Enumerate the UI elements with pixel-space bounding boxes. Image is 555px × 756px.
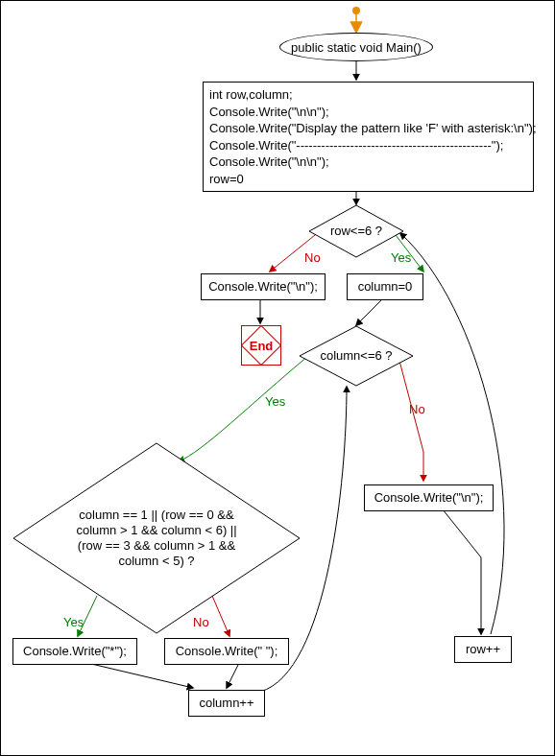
start-node: public static void Main()	[279, 33, 433, 61]
decision-condition-text: column == 1 || (row == 0 && column > 1 &…	[70, 508, 243, 570]
edge-row-yes: Yes	[391, 250, 411, 265]
decision-column: column<=6 ?	[299, 325, 414, 387]
init-block: int row,column; Console.Write("\n\n"); C…	[203, 82, 534, 192]
decision-column-text: column<=6 ?	[320, 348, 392, 364]
decision-row-text: row<=6 ?	[330, 224, 382, 239]
action-write-newline-rowloop: Console.Write("\n");	[201, 273, 326, 300]
start-label: public static void Main()	[291, 40, 422, 55]
edge-col-no: No	[409, 402, 425, 416]
decision-condition: column == 1 || (row == 0 && column > 1 &…	[12, 442, 301, 634]
flowchart-canvas: public static void Main() int row,column…	[0, 0, 555, 756]
action-write-newline-colloop: Console.Write("\n");	[364, 484, 494, 511]
end-label: End	[250, 339, 274, 353]
end-node: End	[241, 325, 281, 366]
edge-col-yes: Yes	[265, 394, 285, 409]
edge-cond-no: No	[193, 615, 209, 629]
action-write-space: Console.Write(" ");	[164, 638, 289, 665]
svg-line-5	[356, 296, 385, 325]
action-column-zero: column=0	[347, 273, 423, 300]
action-row-increment: row++	[454, 636, 512, 663]
edge-cond-yes: Yes	[63, 615, 84, 629]
decision-row: row<=6 ?	[308, 204, 404, 258]
edge-row-no: No	[304, 250, 321, 265]
action-column-increment: column++	[188, 690, 265, 717]
action-write-star: Console.Write("*");	[12, 638, 137, 665]
